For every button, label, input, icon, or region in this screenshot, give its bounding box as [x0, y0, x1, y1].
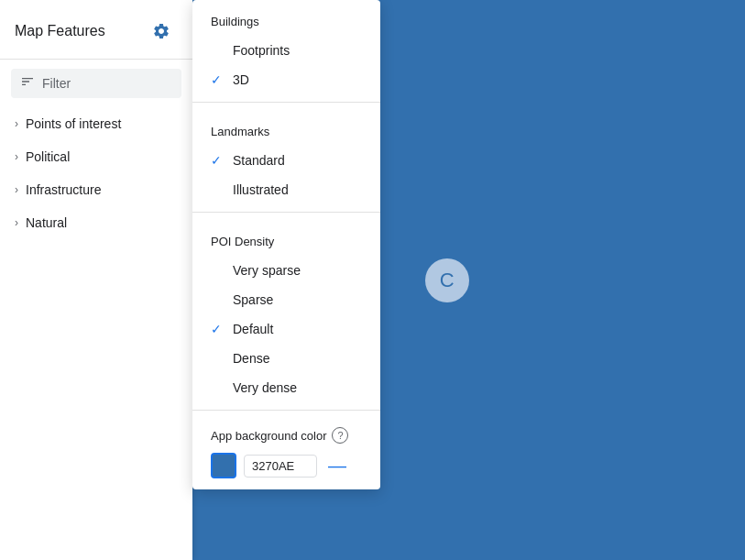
menu-item-very-sparse[interactable]: Very sparse — [192, 256, 380, 285]
help-icon[interactable]: ? — [332, 427, 348, 444]
nav-label-political: Political — [26, 149, 70, 164]
nav-arrow-political: › — [15, 150, 18, 163]
sidebar: Map Features Filter › Points of interest… — [0, 0, 192, 560]
illustrated-label: Illustrated — [233, 182, 289, 197]
dropdown-menu: Buildings Footprints ✓ 3D Landmarks ✓ St… — [192, 0, 380, 489]
menu-item-illustrated[interactable]: Illustrated — [192, 175, 380, 204]
menu-item-dense[interactable]: Dense — [192, 344, 380, 373]
sidebar-item-political[interactable]: › Political — [0, 140, 192, 173]
filter-bar[interactable]: Filter — [11, 69, 181, 98]
sidebar-nav: › Points of interest › Political › Infra… — [0, 107, 192, 560]
spinner-icon: C — [440, 269, 455, 292]
menu-item-very-dense[interactable]: Very dense — [192, 373, 380, 402]
minus-button[interactable]: — — [324, 456, 350, 475]
divider-1 — [192, 102, 380, 103]
check-default: ✓ — [211, 322, 225, 336]
default-label: Default — [233, 322, 273, 336]
color-swatch[interactable] — [211, 453, 236, 478]
menu-item-3d[interactable]: ✓ 3D — [192, 65, 380, 94]
sidebar-item-poi[interactable]: › Points of interest — [0, 107, 192, 140]
menu-item-sparse[interactable]: Sparse — [192, 285, 380, 314]
menu-item-footprints[interactable]: Footprints — [192, 36, 380, 65]
menu-item-standard[interactable]: ✓ Standard — [192, 146, 380, 175]
color-value-input[interactable] — [244, 455, 317, 478]
menu-item-default[interactable]: ✓ Default — [192, 314, 380, 344]
nav-arrow-natural: › — [15, 216, 18, 229]
3d-label: 3D — [233, 72, 249, 87]
nav-arrow-poi: › — [15, 117, 18, 130]
nav-label-natural: Natural — [26, 215, 67, 230]
filter-label: Filter — [42, 76, 71, 91]
gear-button[interactable] — [145, 15, 178, 48]
footprints-label: Footprints — [233, 43, 290, 58]
very-sparse-label: Very sparse — [233, 263, 301, 278]
check-3d: ✓ — [211, 72, 225, 87]
section-landmarks-label: Landmarks — [192, 110, 380, 146]
nav-arrow-infrastructure: › — [15, 183, 18, 196]
loading-spinner: C — [425, 258, 469, 302]
color-input-row: — — [211, 453, 362, 478]
sidebar-title: Map Features — [15, 23, 105, 39]
sidebar-item-natural[interactable]: › Natural — [0, 206, 192, 239]
section-poi-density-label: POI Density — [192, 220, 380, 256]
divider-2 — [192, 212, 380, 213]
color-label-row: App background color ? — [211, 427, 362, 444]
filter-icon — [20, 74, 35, 93]
very-dense-label: Very dense — [233, 380, 297, 395]
color-label: App background color — [211, 429, 326, 443]
sparse-label: Sparse — [233, 292, 273, 307]
nav-label-poi: Points of interest — [26, 116, 121, 131]
nav-label-infrastructure: Infrastructure — [26, 182, 101, 197]
sidebar-header: Map Features — [0, 0, 192, 60]
dense-label: Dense — [233, 351, 269, 366]
divider-3 — [192, 410, 380, 411]
color-section: App background color ? — — [192, 418, 380, 478]
section-buildings-label: Buildings — [192, 0, 380, 36]
check-standard: ✓ — [211, 153, 225, 168]
standard-label: Standard — [233, 153, 285, 168]
sidebar-item-infrastructure[interactable]: › Infrastructure — [0, 173, 192, 206]
